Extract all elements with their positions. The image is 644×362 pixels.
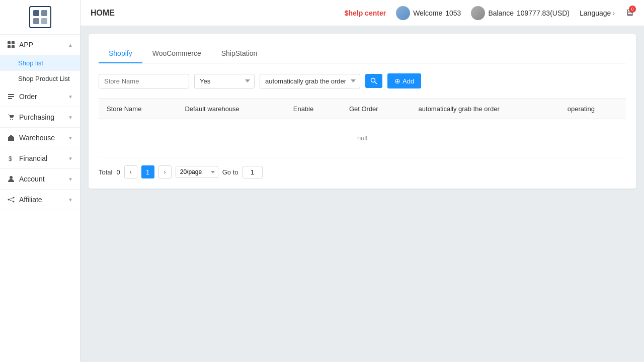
user-info: Welcome 1053 (396, 6, 461, 20)
logo (29, 6, 51, 28)
svg-rect-0 (33, 10, 39, 16)
purchasing-chevron: ▼ (68, 115, 73, 120)
warehouse-chevron: ▼ (68, 135, 73, 141)
tab-shopify[interactable]: Shopify (99, 44, 142, 63)
table-empty-row: null (99, 119, 626, 157)
total-count: 0 (116, 168, 120, 176)
main-card: Shopify WooCommerce ShipStation Yes No a… (89, 34, 636, 189)
language-chevron: › (613, 10, 615, 16)
sidebar-account-label: Account (19, 175, 45, 183)
sidebar-item-purchasing[interactable]: Purchasing ▼ (0, 107, 80, 128)
sidebar-item-shop-product-list[interactable]: Shop Product List (0, 71, 80, 86)
warehouse-icon (7, 134, 15, 142)
language-label: Language (580, 9, 611, 17)
svg-rect-3 (41, 18, 47, 24)
sidebar-item-account[interactable]: Account ▼ (0, 169, 80, 190)
col-default-warehouse: Default warehouse (177, 99, 285, 119)
tab-woocommerce[interactable]: WooCommerce (142, 44, 211, 63)
purchasing-icon (7, 113, 15, 121)
sidebar-item-affiliate[interactable]: Affiliate ▼ (0, 190, 80, 210)
tab-bar: Shopify WooCommerce ShipStation (99, 44, 626, 63)
content-area: Shopify WooCommerce ShipStation Yes No a… (80, 26, 644, 362)
data-table: Store Name Default warehouse Enable Get … (99, 99, 626, 157)
user-avatar (396, 6, 410, 20)
notification-badge: 0 (629, 6, 636, 13)
add-label: Add (403, 77, 414, 85)
sidebar-item-order[interactable]: Order ▼ (0, 86, 80, 107)
sidebar-warehouse-label: Warehouse (19, 134, 55, 142)
current-page: 1 (141, 165, 154, 178)
col-enable: Enable (285, 99, 341, 119)
account-chevron: ▼ (68, 176, 73, 182)
user-id: 1053 (445, 9, 461, 17)
svg-point-9 (12, 119, 13, 120)
search-icon (370, 77, 377, 84)
shop-list-label: Shop list (18, 59, 43, 67)
goto-input[interactable] (243, 166, 263, 178)
sidebar-item-warehouse[interactable]: Warehouse ▼ (0, 128, 80, 148)
svg-rect-1 (41, 10, 47, 16)
svg-point-8 (10, 119, 11, 120)
pagination: Total 0 ‹ 1 › 20/page 10/page 50/page 10… (99, 165, 626, 178)
app-chevron: ▲ (68, 42, 73, 48)
goto-label: Go to (222, 168, 238, 176)
sidebar: APP ▲ Shop list Shop Product List Order … (0, 0, 80, 362)
notification-button[interactable]: 🖥 0 (625, 8, 634, 18)
svg-rect-2 (33, 18, 39, 24)
svg-rect-5 (12, 41, 15, 44)
logo-container (0, 0, 80, 35)
balance-label: Balance (488, 9, 514, 17)
col-get-order: Get Order (341, 99, 411, 119)
sidebar-app-label: APP (19, 41, 33, 49)
balance-value: 109777.83(USD) (517, 9, 570, 17)
sidebar-financial-label: Financial (19, 154, 47, 162)
svg-rect-4 (8, 41, 11, 44)
sidebar-item-shop-list[interactable]: Shop list (0, 55, 80, 71)
page-title: HOME (91, 9, 115, 18)
language-button[interactable]: Language › (580, 9, 615, 17)
add-button[interactable]: ⊕ Add (387, 73, 421, 88)
affiliate-chevron: ▼ (68, 197, 73, 203)
filter-row: Yes No automatically grab the order ⊕ Ad… (99, 73, 626, 88)
svg-text:$: $ (9, 155, 12, 162)
balance-avatar (471, 6, 485, 20)
sidebar-purchasing-label: Purchasing (19, 113, 54, 121)
auto-grab-select[interactable]: automatically grab the order (260, 74, 360, 88)
next-page-button[interactable]: › (158, 165, 172, 178)
svg-rect-7 (12, 45, 15, 48)
store-name-input[interactable] (99, 74, 189, 88)
shop-product-list-label: Shop Product List (18, 75, 70, 82)
affiliate-icon (7, 196, 15, 204)
main-area: HOME $help center Welcome 1053 Balance 1… (80, 0, 644, 362)
search-button[interactable] (365, 74, 382, 88)
tab-shipstation[interactable]: ShipStation (211, 44, 268, 63)
svg-point-12 (10, 176, 13, 179)
sidebar-item-app[interactable]: APP ▲ (0, 35, 80, 55)
order-icon (7, 93, 15, 101)
svg-line-19 (375, 82, 377, 84)
order-chevron: ▼ (68, 94, 73, 100)
add-icon: ⊕ (394, 77, 400, 85)
sidebar-item-financial[interactable]: $ Financial ▼ (0, 148, 80, 169)
sidebar-order-label: Order (19, 93, 37, 101)
page-size-select[interactable]: 20/page 10/page 50/page 100/page (176, 166, 218, 178)
svg-rect-6 (8, 45, 11, 48)
balance-info: Balance 109777.83(USD) (471, 6, 570, 20)
sidebar-affiliate-label: Affiliate (19, 196, 42, 204)
svg-rect-10 (10, 138, 13, 141)
col-auto-grab: automatically grab the order (411, 99, 559, 119)
col-store-name: Store Name (99, 99, 177, 119)
prev-page-button[interactable]: ‹ (124, 165, 137, 178)
svg-point-18 (371, 78, 375, 82)
app-icon (7, 41, 15, 49)
financial-icon: $ (7, 154, 15, 162)
logo-icon (32, 9, 48, 25)
null-cell: null (99, 119, 626, 157)
header: HOME $help center Welcome 1053 Balance 1… (80, 0, 644, 26)
enable-select[interactable]: Yes No (194, 74, 255, 88)
svg-line-16 (9, 198, 14, 200)
account-icon (7, 175, 15, 183)
total-label: Total (99, 168, 112, 176)
help-center-link[interactable]: $help center (345, 9, 386, 17)
financial-chevron: ▼ (68, 156, 73, 161)
